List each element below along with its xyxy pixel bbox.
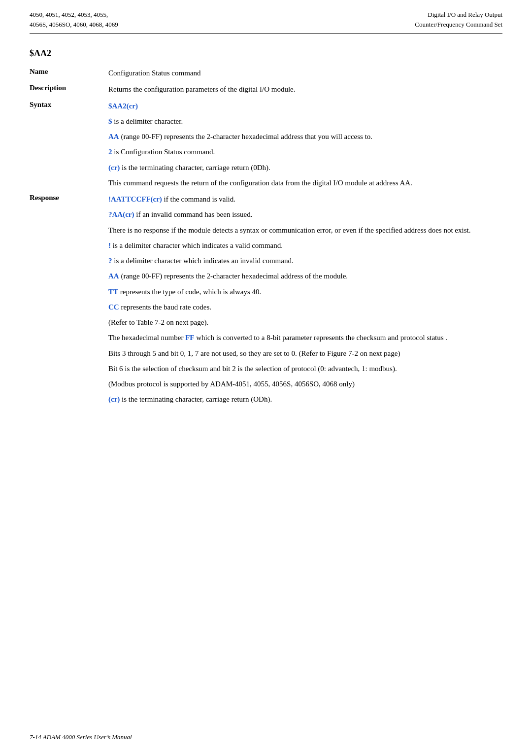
response-label: Response <box>30 194 108 411</box>
syntax-main: $AA2(cr) <box>108 101 502 112</box>
response-row: Response !AATTCCFF(cr) if the command is… <box>30 194 502 411</box>
syntax-desc: This command requests the return of the … <box>108 177 502 189</box>
syntax-row: Syntax $AA2(cr) $ is a delimiter charact… <box>30 101 502 194</box>
response-bits: Bits 3 through 5 and bit 0, 1, 7 are not… <box>108 348 502 359</box>
description-row: Description Returns the configuration pa… <box>30 84 502 100</box>
header-right: Digital I/O and Relay Output Counter/Fre… <box>415 10 502 29</box>
syntax-value: $AA2(cr) $ is a delimiter character. AA … <box>108 101 502 194</box>
header-title-line1: Digital I/O and Relay Output <box>428 11 502 18</box>
syntax-label: Syntax <box>30 101 108 194</box>
response-valid: !AATTCCFF(cr) if the command is valid. <box>108 194 502 205</box>
response-cc: CC represents the baud rate codes. <box>108 302 502 313</box>
content-table: Name Configuration Status command Descri… <box>30 68 502 411</box>
response-ff: The hexadecimal number FF which is conve… <box>108 332 502 344</box>
header-left: 4050, 4051, 4052, 4053, 4055, 4056S, 405… <box>30 10 118 29</box>
response-question: ? is a delimiter character which indicat… <box>108 255 502 267</box>
response-bit6: Bit 6 is the selection of checksum and b… <box>108 363 502 375</box>
description-value: Returns the configuration parameters of … <box>108 84 502 100</box>
response-value: !AATTCCFF(cr) if the command is valid. ?… <box>108 194 502 411</box>
syntax-2: 2 is Configuration Status command. <box>108 146 502 158</box>
response-tt: TT represents the type of code, which is… <box>108 286 502 298</box>
response-cr: (cr) is the terminating character, carri… <box>108 394 502 405</box>
syntax-dollar: $ is a delimiter character. <box>108 116 502 127</box>
description-label: Description <box>30 84 108 100</box>
page-header: 4050, 4051, 4052, 4053, 4055, 4056S, 405… <box>30 10 502 34</box>
command-title: $AA2 <box>30 48 502 59</box>
name-value: Configuration Status command <box>108 68 502 84</box>
footer-text: 7-14 ADAM 4000 Series User’s Manual <box>30 733 132 741</box>
page-footer: 7-14 ADAM 4000 Series User’s Manual <box>30 733 132 741</box>
response-invalid: ?AA(cr) if an invalid command has been i… <box>108 209 502 220</box>
name-row: Name Configuration Status command <box>30 68 502 84</box>
response-no-response: There is no response if the module detec… <box>108 225 502 236</box>
header-models-line1: 4050, 4051, 4052, 4053, 4055, <box>30 11 108 18</box>
response-table-ref: (Refer to Table 7-2 on next page). <box>108 317 502 328</box>
header-models-line2: 4056S, 4056SO, 4060, 4068, 4069 <box>30 21 118 28</box>
response-aa: AA (range 00-FF) represents the 2-charac… <box>108 271 502 282</box>
header-title-line2: Counter/Frequency Command Set <box>415 21 502 28</box>
syntax-aa: AA (range 00-FF) represents the 2-charac… <box>108 131 502 142</box>
syntax-cr: (cr) is the terminating character, carri… <box>108 162 502 173</box>
response-modbus: (Modbus protocol is supported by ADAM-40… <box>108 378 502 390</box>
response-exclaim: ! is a delimiter character which indicat… <box>108 240 502 251</box>
name-label: Name <box>30 68 108 84</box>
